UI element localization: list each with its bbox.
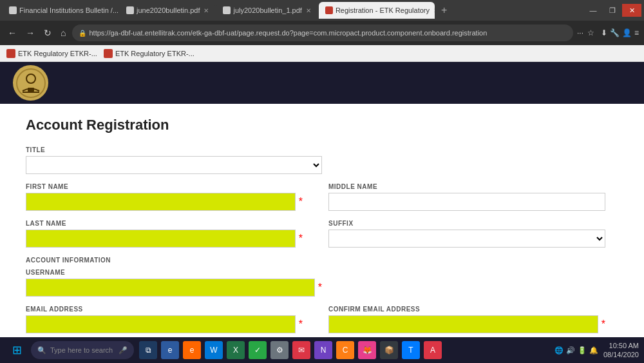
microphone-icon: 🎤 [118,346,128,355]
battery-icon: 🔋 [578,346,587,355]
home-button[interactable]: ⌂ [58,26,68,39]
back-button[interactable]: ← [5,26,19,39]
ie-icon[interactable]: e [183,341,201,359]
forward-button[interactable]: → [23,26,37,39]
tab-1-label: Financial Institutions Bulletin /... [19,6,118,14]
confirm-email-input[interactable] [328,315,598,333]
bookmark-1-label: ETK Regulatory ETKR-... [18,50,97,57]
bookmark-1[interactable]: ETK Regulatory ETKR-... [6,49,97,58]
network-icon: 🌐 [554,346,564,355]
tab-bar: Financial Institutions Bulletin /... ✕ j… [0,0,644,21]
username-group: USERNAME * [26,269,322,297]
browser-toolbar: ⬇ 🔧 👤 ≡ [601,28,639,37]
word-icon[interactable]: W [205,341,223,359]
suffix-select[interactable]: Jr. Sr. II III [328,230,605,248]
taskbar-app-icons: ⧉ e e W X ✓ ⚙ ✉ N C 🦊 � [139,341,442,359]
email-group: EMAIL ADDRESS * [26,306,303,333]
profile-icon[interactable]: 👤 [622,28,632,37]
email-required: * [299,319,303,330]
notification-icon[interactable]: 🔔 [589,346,598,355]
extensions-icon[interactable]: 🔧 [610,28,620,37]
firefox-icon[interactable]: 🦊 [358,341,376,359]
title-group: TITLE Mr. Mrs. Ms. Dr. [26,146,322,174]
last-name-required: * [299,233,303,244]
suffix-wrapper: Jr. Sr. II III [328,230,605,248]
taskbar-right: 🌐 🔊 🔋 🔔 10:50 AM 08/14/2020 [554,341,639,360]
close-button[interactable]: ✕ [622,4,641,17]
last-name-label: LAST NAME [26,220,303,227]
confirm-email-wrapper: * [328,315,605,333]
reload-button[interactable]: ↻ [41,26,54,39]
last-name-wrapper: * [26,230,303,248]
confirm-email-group: CONFIRM EMAIL ADDRESS * [328,306,605,333]
tab-1[interactable]: Financial Institutions Bulletin /... ✕ [3,2,118,19]
app-icon-1[interactable]: 📦 [380,341,398,359]
bookmark-1-icon [6,49,15,58]
suffix-group: SUFFIX Jr. Sr. II III [328,220,605,248]
title-row: TITLE Mr. Mrs. Ms. Dr. [26,146,322,174]
more-button[interactable]: ··· [577,28,583,37]
name-row-2: LAST NAME * SUFFIX Jr. Sr. II III [26,220,605,248]
acrobat-icon[interactable]: A [424,341,442,359]
speaker-icon: 🔊 [566,346,575,355]
crm-icon[interactable]: C [336,341,354,359]
task-view-icon[interactable]: ⧉ [139,341,157,359]
bookmark-star-icon[interactable]: ☆ [587,28,594,37]
onenote-icon[interactable]: N [314,341,332,359]
registration-form: TITLE Mr. Mrs. Ms. Dr. FIRST NAME [26,146,605,362]
first-name-required: * [299,196,303,208]
tab-2-close[interactable]: ✕ [204,7,209,14]
tab-3-close[interactable]: ✕ [306,7,311,14]
restore-button[interactable]: ❐ [603,4,622,17]
window-controls: — ❐ ✕ [583,4,641,17]
mail-icon[interactable]: ✉ [292,341,310,359]
first-name-input[interactable] [26,193,296,211]
url-text: https://ga-dbf-uat.entellitrak.com/etk-g… [89,29,487,37]
first-name-label: FIRST NAME [26,183,303,190]
excel-icon[interactable]: X [227,341,245,359]
minimize-button[interactable]: — [583,4,603,17]
checkmark-icon[interactable]: ✓ [249,341,267,359]
taskbar-search-text: Type here to search [50,346,113,354]
download-icon[interactable]: ⬇ [601,28,607,37]
tab-2[interactable]: june2020bulletin.pdf ✕ [120,2,215,19]
confirm-email-required: * [601,319,605,330]
title-select[interactable]: Mr. Mrs. Ms. Dr. [26,156,322,174]
browser-actions: ··· ☆ [577,28,594,37]
tab-favicon-4 [325,6,333,14]
taskbar-clock: 10:50 AM 08/14/2020 [603,341,639,360]
teams-icon[interactable]: T [402,341,420,359]
email-input[interactable] [26,315,296,333]
last-name-input[interactable] [26,230,296,248]
name-row-1: FIRST NAME * MIDDLE NAME [26,183,605,211]
search-icon: 🔍 [37,346,46,355]
tab-3[interactable]: july2020bulletin_1.pdf ✕ [216,2,317,19]
username-label: USERNAME [26,269,322,276]
last-name-group: LAST NAME * [26,220,303,248]
site-header [0,62,644,104]
confirm-email-label: CONFIRM EMAIL ADDRESS [328,306,605,313]
middle-name-wrapper [328,193,605,211]
tab-4[interactable]: Registration - ETK Regulatory ✕ [319,2,435,19]
first-name-wrapper: * [26,193,303,211]
taskbar-search-bar[interactable]: 🔍 Type here to search 🎤 [31,341,134,359]
clock-time: 10:50 AM [603,341,639,350]
middle-name-group: MIDDLE NAME [328,183,605,211]
address-bar[interactable]: 🔒 https://ga-dbf-uat.entellitrak.com/etk… [72,25,573,41]
bookmark-2[interactable]: ETK Regulatory ETKR-... [104,49,194,58]
email-label: EMAIL ADDRESS [26,306,303,313]
edge-icon[interactable]: e [161,341,179,359]
taskbar: ⊞ 🔍 Type here to search 🎤 ⧉ e e W X ✓ ⚙ … [0,337,644,363]
tab-4-close[interactable]: ✕ [433,7,435,14]
page-title: Account Registration [26,117,618,133]
middle-name-input[interactable] [328,193,605,211]
lock-icon: 🔒 [79,30,86,37]
menu-icon[interactable]: ≡ [634,28,639,37]
bookmark-2-label: ETK Regulatory ETKR-... [115,50,194,57]
tab-favicon-3 [223,6,231,14]
bookmarks-bar: ETK Regulatory ETKR-... ETK Regulatory E… [0,45,644,62]
settings-taskbar-icon[interactable]: ⚙ [270,341,289,359]
start-button[interactable]: ⊞ [5,338,28,362]
new-tab-button[interactable]: + [436,5,452,16]
username-input[interactable] [26,279,315,297]
